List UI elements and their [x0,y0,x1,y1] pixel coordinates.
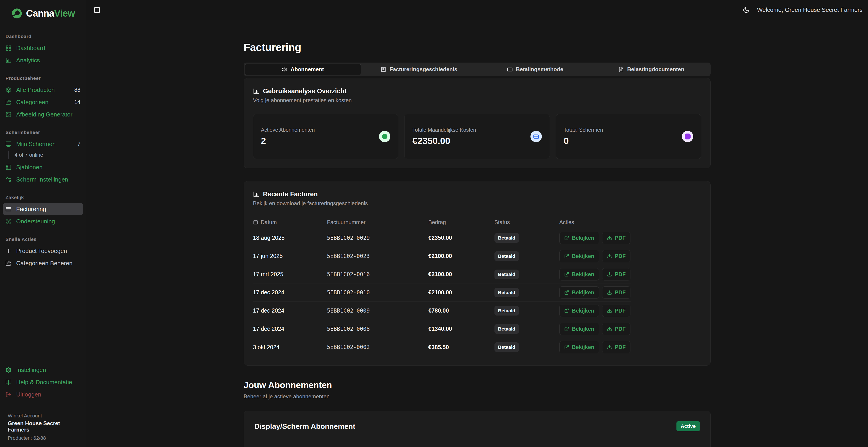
pdf-button-label: PDF [615,326,626,332]
sidebar-item-categorieen-beheren[interactable]: Categorieën Beheren [3,257,83,269]
sidebar-item-uitloggen[interactable]: Uitloggen [3,388,83,401]
view-button-label: Bekijken [572,308,594,314]
sidebar-item-instellingen[interactable]: Instellingen [3,364,83,376]
sidebar-item-alle-producten[interactable]: Alle Producten 88 [3,84,83,96]
receipt-icon [380,67,386,72]
monitor-icon [5,141,11,147]
sidebar-item-label: Categorieën [16,99,49,106]
sidebar-item-mijn-schermen[interactable]: Mijn Schermen 7 [3,138,83,150]
download-icon [607,326,612,332]
invoice-actions: Bekijken PDF [559,305,631,317]
status-badge: Betaald [494,233,519,243]
usage-card-header: Gebruiksanalyse Overzicht [253,88,701,95]
file-text-icon [618,67,624,72]
subscriptions-subtitle: Beheer al je actieve abonnementen [244,393,711,400]
brand-name-primary: Canna [26,8,54,19]
view-button-label: Bekijken [572,326,594,332]
sidebar-item-sjablonen[interactable]: Sjablonen [3,161,83,173]
sidebar-item-product-toevoegen[interactable]: Product Toevoegen [3,245,83,257]
pdf-button-label: PDF [615,344,626,350]
tab-belastingdocumenten[interactable]: Belastingdocumenten [593,64,710,75]
download-pdf-button[interactable]: PDF [602,268,630,280]
invoice-amount: €1340.00 [428,325,494,332]
download-pdf-button[interactable]: PDF [602,341,630,353]
download-pdf-button[interactable]: PDF [602,232,630,244]
invoice-date: 17 dec 2024 [253,307,327,314]
view-button-label: Bekijken [572,289,594,296]
external-link-icon [564,326,569,332]
stat-text: Totaal Schermen 0 [564,127,603,146]
subscriptions-title: Jouw Abonnementen [244,380,711,390]
status-badge: Betaald [494,342,519,352]
package-icon [5,87,11,93]
section-label: Snelle Acties [0,237,86,242]
download-icon [607,272,612,277]
main-area: Welcome, Green House Secret Farmers Fact… [86,0,868,447]
sidebar-item-afbeelding-generator[interactable]: Afbeelding Generator [3,108,83,121]
calendar-icon [253,220,258,225]
pdf-button-label: PDF [615,235,626,241]
item-count-badge: 7 [78,141,81,147]
item-count-badge: 88 [74,87,81,93]
billing-tabs: Abonnement Factureringsgeschiedenis Beta… [244,63,711,76]
stats-row: Actieve Abonnementen 2 Totale Maandelijk… [253,114,701,159]
topbar-right: Welcome, Green House Secret Farmers [741,5,863,15]
download-icon [607,345,612,350]
view-invoice-button[interactable]: Bekijken [559,305,599,317]
view-invoice-button[interactable]: Bekijken [559,232,599,244]
download-pdf-button[interactable]: PDF [602,305,630,317]
pdf-button-label: PDF [615,253,626,259]
invoice-actions: Bekijken PDF [559,323,631,335]
download-pdf-button[interactable]: PDF [602,323,630,335]
view-invoice-button[interactable]: Bekijken [559,250,599,262]
invoice-number: 5EBB1C02-0016 [327,271,428,278]
table-row: 17 dec 2024 5EBB1C02-0010 €2100.00 Betaa… [253,283,631,302]
table-row: 18 aug 2025 5EBB1C02-0029 €2350.00 Betaa… [253,229,631,247]
sidebar-item-scherm-instellingen[interactable]: Scherm Instellingen [3,173,83,185]
grid-icon [5,45,11,51]
theme-toggle-button[interactable] [741,5,751,15]
subscription-card-header: Display/Scherm Abonnement Active [254,421,700,431]
download-icon [607,254,612,259]
tab-label: Belastingdocumenten [627,66,684,73]
usage-card-subtitle: Volg je abonnement prestaties en kosten [253,97,701,104]
tab-factureringsgeschiedenis[interactable]: Factureringsgeschiedenis [361,64,477,75]
sidebar-item-categorieen[interactable]: Categorieën 14 [3,96,83,108]
book-open-icon [5,379,11,385]
sidebar-item-label: Categorieën Beheren [16,260,72,267]
view-invoice-button[interactable]: Bekijken [559,323,599,335]
sidebar-toggle-button[interactable] [92,5,102,15]
credit-card-icon [5,206,11,212]
column-header-label: Datum [261,219,277,226]
content-scroll-area[interactable]: Facturering Abonnement Factureringsgesch… [86,20,868,447]
invoices-card-title: Recente Facturen [263,191,318,198]
tab-abonnement[interactable]: Abonnement [245,64,361,75]
sidebar-item-label: Ondersteuning [16,218,55,225]
sidebar-item-analytics[interactable]: Analytics [3,54,83,66]
invoice-number: 5EBB1C02-0010 [327,289,428,296]
download-pdf-button[interactable]: PDF [602,250,630,262]
sidebar-item-dashboard[interactable]: Dashboard [3,42,83,54]
nav-section-zakelijk: Zakelijk Facturering Ondersteuning [0,195,86,228]
sidebar-item-label: Dashboard [16,44,45,51]
brand-name-accent: View [54,8,75,19]
sidebar-nav: Dashboard Dashboard Analytics Productbeh… [0,21,86,447]
external-link-icon [564,272,569,277]
table-row: 17 jun 2025 5EBB1C02-0023 €2100.00 Betaa… [253,247,631,265]
download-pdf-button[interactable]: PDF [602,286,630,299]
cannaview-logo-icon [11,7,23,19]
sidebar-item-help-documentatie[interactable]: Help & Documentatie [3,376,83,388]
sidebar-item-ondersteuning[interactable]: Ondersteuning [3,215,83,228]
brand-name: CannaView [26,8,75,19]
view-invoice-button[interactable]: Bekijken [559,341,599,353]
view-invoice-button[interactable]: Bekijken [559,268,599,280]
active-status-badge: Active [677,421,700,431]
tab-betalingsmethode[interactable]: Betalingsmethode [477,64,593,75]
log-out-icon [5,391,11,398]
section-label: Zakelijk [0,195,86,200]
pdf-button-label: PDF [615,271,626,278]
table-row: 17 dec 2024 5EBB1C02-0009 €780.00 Betaal… [253,302,631,320]
invoice-amount: €2350.00 [428,235,494,241]
view-invoice-button[interactable]: Bekijken [559,286,599,299]
sidebar-item-facturering[interactable]: Facturering [3,203,83,215]
